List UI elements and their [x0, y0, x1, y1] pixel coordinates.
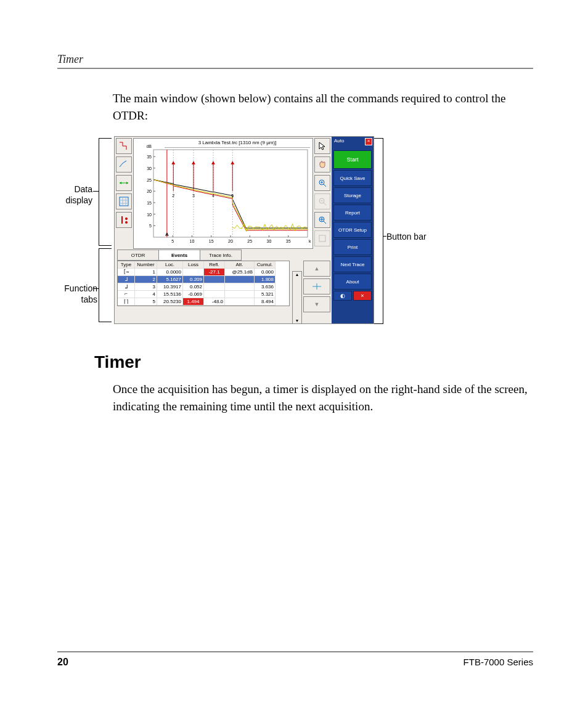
svg-point-9	[125, 217, 128, 220]
bracket-tick	[383, 236, 386, 237]
report-button[interactable]: Report	[333, 205, 372, 221]
nav-split-icon[interactable]	[303, 278, 330, 294]
storage-button[interactable]: Storage	[333, 187, 372, 203]
section-body: Once the acquisition has begun, a timer …	[113, 381, 532, 415]
svg-text:15: 15	[147, 201, 152, 205]
svg-text:10: 10	[147, 213, 152, 217]
svg-line-62	[324, 184, 326, 187]
svg-text:10: 10	[190, 239, 195, 243]
svg-text:A: A	[165, 232, 169, 237]
svg-text:2: 2	[172, 193, 174, 198]
hand-icon[interactable]	[314, 156, 330, 172]
start-button[interactable]: Start	[333, 150, 372, 169]
svg-line-66	[324, 203, 326, 205]
table-scrollbar[interactable]: ▴▾	[292, 271, 302, 324]
bracket-function-tabs	[99, 248, 112, 322]
bracket-tick	[93, 191, 99, 192]
svg-text:20: 20	[147, 189, 152, 193]
svg-text:25: 25	[147, 178, 152, 182]
callout-button-bar: Button bar	[386, 232, 427, 241]
exit-icon[interactable]: ×	[353, 291, 372, 301]
svg-rect-3	[120, 197, 128, 206]
zoom-in-icon[interactable]	[314, 175, 330, 191]
table-row[interactable]: ⅃25.16270.2091.808	[118, 276, 289, 283]
svg-text:15: 15	[209, 239, 214, 243]
svg-rect-11	[153, 150, 308, 237]
bracket-tick	[93, 288, 99, 289]
trace-plot: 3 Lambda Test.trc [1310 nm (9 µm)] 35302…	[133, 138, 313, 249]
svg-text:5: 5	[149, 224, 152, 228]
intro-paragraph: The main window (shown below) contains a…	[113, 90, 532, 124]
zoom-fit-icon[interactable]	[314, 230, 330, 246]
help-icon[interactable]: ◐	[333, 291, 352, 301]
svg-text:30: 30	[267, 239, 272, 243]
section-heading-timer: Timer	[94, 352, 141, 372]
tab-trace-info[interactable]: Trace Info.	[200, 249, 242, 261]
tab-otdr[interactable]: OTDR	[117, 249, 159, 261]
left-toolbar	[116, 138, 132, 230]
print-button[interactable]: Print	[333, 239, 372, 255]
zoom-extent-icon[interactable]	[314, 212, 330, 228]
svg-text:dB: dB	[146, 144, 152, 148]
close-icon[interactable]: ×	[365, 138, 372, 145]
nav-down-double-icon[interactable]: ▼	[303, 296, 330, 312]
auto-label: Auto	[334, 138, 344, 144]
tool-trace-a-icon[interactable]	[116, 138, 132, 154]
callout-data-display: Datadisplay	[54, 184, 92, 206]
otdr-main-window: 3 Lambda Test.trc [1310 nm (9 µm)] 35302…	[114, 136, 374, 324]
function-tabs-area: OTDR Events Trace Info. TypeNumberLoc.Lo…	[117, 249, 329, 306]
svg-text:km: km	[309, 239, 311, 243]
svg-rect-72	[319, 235, 325, 241]
svg-line-69	[324, 221, 326, 224]
svg-text:25: 25	[247, 239, 252, 243]
svg-text:30: 30	[147, 166, 152, 171]
otdr-setup-button[interactable]: OTDR Setup	[333, 222, 372, 238]
about-button[interactable]: About	[333, 274, 372, 290]
table-row[interactable]: [→10.0000-27.1@25.1dB0.000	[118, 269, 289, 276]
svg-point-10	[125, 221, 128, 224]
svg-marker-60	[319, 142, 325, 150]
svg-marker-1	[120, 182, 121, 184]
auto-label-row: Auto ×	[332, 137, 374, 149]
zoom-out-icon[interactable]	[314, 193, 330, 209]
tool-grid-icon[interactable]	[116, 193, 132, 209]
table-row[interactable]: ⌐415.5136-0.0695.321	[118, 291, 289, 298]
svg-text:5: 5	[171, 239, 174, 243]
tool-span-icon[interactable]	[116, 175, 132, 191]
pointer-icon[interactable]	[314, 138, 330, 154]
next-trace-button[interactable]: Next Trace	[333, 256, 372, 272]
svg-text:35: 35	[286, 239, 291, 243]
running-header: Timer	[57, 53, 83, 66]
trace-plot-svg: 3530252015105dB5101520253035km2345A	[135, 140, 311, 247]
button-bar: Auto × Start Quick Save Storage Report O…	[332, 137, 374, 323]
footer-series: FTB-7000 Series	[463, 657, 533, 667]
bracket-button-bar	[374, 138, 383, 324]
right-toolbar	[314, 138, 329, 249]
callout-function-tabs: Functiontabs	[54, 283, 97, 305]
svg-marker-2	[126, 182, 128, 184]
bracket-data-display	[99, 138, 112, 246]
svg-text:20: 20	[228, 239, 233, 243]
svg-text:4: 4	[212, 193, 214, 198]
tool-marker-icon[interactable]	[116, 212, 132, 228]
footer-rule	[57, 651, 533, 652]
header-rule	[57, 68, 533, 69]
tab-events[interactable]: Events	[158, 249, 200, 261]
table-row[interactable]: ⌈⌉520.52301.494-48.08.494	[118, 298, 289, 306]
tool-trace-b-icon[interactable]	[116, 156, 132, 172]
quick-save-button[interactable]: Quick Save	[333, 170, 372, 186]
events-table: TypeNumberLoc.LossRefl.Att.Cumul.[→10.00…	[117, 261, 290, 306]
page-number: 20	[57, 657, 68, 668]
nav-up-double-icon[interactable]: ▲	[303, 261, 330, 277]
table-row[interactable]: ⅃310.39170.0523.636	[118, 283, 289, 291]
svg-text:35: 35	[147, 155, 152, 159]
svg-text:3: 3	[192, 193, 195, 198]
